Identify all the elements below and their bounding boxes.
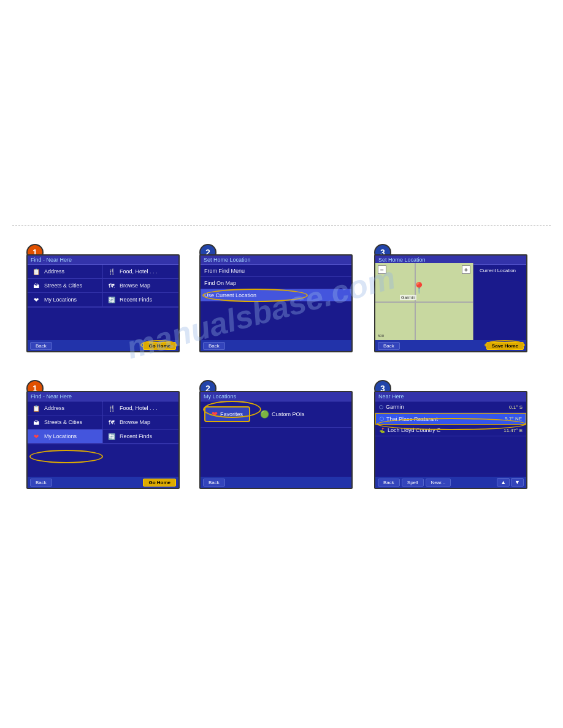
back-button-r2-1[interactable]: Back <box>30 479 52 487</box>
address-icon: 📋 <box>31 267 41 276</box>
back-button-r2-3[interactable]: Back <box>378 479 400 487</box>
back-button-r2-2[interactable]: Back <box>203 479 225 487</box>
screen-set-home-location-1: Set Home Location From Find Menu Find On… <box>199 254 353 352</box>
list-item-thai-place[interactable]: ⬡ Thai Place Restarant 5.7° NE <box>375 413 526 425</box>
garmin-label: Garmin <box>400 295 416 300</box>
menu-item-my-locations-2[interactable]: ❤ My Locations <box>28 430 103 444</box>
back-button-1[interactable]: Back <box>30 342 52 350</box>
screen-near-here: Near Here ⬡ Garmin 0.1° S ⬡ Thai Place R… <box>374 391 527 489</box>
menu-use-current-location[interactable]: Use Current Location <box>201 289 351 301</box>
menu-item-recent-finds-2[interactable]: 🔄 Recent Finds <box>103 430 178 444</box>
my-locations-highlight <box>29 450 103 463</box>
map-pin: 📍 <box>412 281 426 295</box>
back-button-2[interactable]: Back <box>203 342 225 350</box>
go-home-button-2[interactable]: Go Home <box>143 479 176 487</box>
back-button-3[interactable]: Back <box>378 342 400 350</box>
menu-item-food-hotel[interactable]: 🍴 Food, Hotel . . . <box>103 265 178 279</box>
bottom-bar-r2-1: Back Go Home <box>28 477 178 488</box>
bottom-bar-r2-2: Back <box>201 477 351 488</box>
scroll-down-button[interactable]: ▼ <box>511 478 524 487</box>
garmin-icon: ⬡ <box>379 404 383 410</box>
section-divider <box>12 226 551 226</box>
menu-item-my-locations-1[interactable]: ❤ My Locations <box>28 293 103 307</box>
recent-finds-icon: 🔄 <box>107 295 117 305</box>
screen-title-1: Find - Near Here <box>28 256 178 265</box>
menu-item-recent-finds[interactable]: 🔄 Recent Finds <box>103 293 178 307</box>
menu-find-on-map[interactable]: Find On Map <box>201 277 351 289</box>
road-v <box>415 263 416 340</box>
thai-place-icon: ⬡ <box>380 416 384 422</box>
menu-item-streets-2[interactable]: 🏔 Streets & Cities <box>28 415 103 430</box>
current-location-label: Current Location <box>472 268 524 273</box>
menu-item-streets[interactable]: 🏔 Streets & Cities <box>28 279 103 293</box>
bottom-bar-2: Back <box>201 340 351 351</box>
menu-item-browse-map-2[interactable]: 🗺 Browse Map <box>103 415 178 430</box>
scale-bar: 500 <box>378 334 384 338</box>
menu-item-address-2[interactable]: 📋 Address <box>28 401 103 415</box>
bottom-bar-3: Back Save Home <box>375 340 526 351</box>
screen-title-r2-2: My Locations <box>201 392 351 401</box>
menu-item-food-hotel-2[interactable]: 🍴 Food, Hotel . . . <box>103 401 178 415</box>
screen-title-r2-1: Find - Near Here <box>28 392 178 401</box>
favorites-heart-icon: ❤ <box>212 410 218 419</box>
list-item-loch-lloyd[interactable]: ⛳ Loch Lloyd Country C 11.47° E <box>375 425 526 436</box>
loch-lloyd-icon: ⛳ <box>379 428 385 433</box>
screen-my-locations: My Locations ❤ Favorites 🟢 Custom POIs B… <box>199 391 353 489</box>
my-locations-icon-1: ❤ <box>31 295 41 305</box>
menu-item-browse-map[interactable]: 🗺 Browse Map <box>103 279 178 293</box>
bottom-bar-1: Back Go Home <box>28 340 178 351</box>
road-h <box>375 301 473 303</box>
screen-set-home-map: Set Home Location − + 📍 Garmin 500 Curre… <box>374 254 527 352</box>
scroll-up-button[interactable]: ▲ <box>497 478 510 487</box>
map-display: − + 📍 Garmin 500 <box>375 263 473 340</box>
bottom-bar-r2-3: Back Spell Near... ▲ ▼ <box>375 477 526 488</box>
near-button[interactable]: Near... <box>426 479 451 487</box>
screen-title-2: Set Home Location <box>201 256 351 265</box>
spell-button[interactable]: Spell <box>402 479 424 487</box>
browse-map-icon: 🗺 <box>107 281 117 290</box>
menu-item-address[interactable]: 📋 Address <box>28 265 103 279</box>
custom-pois-button[interactable]: 🟢 Custom POIs <box>254 406 311 422</box>
screen-title-r2-3: Near Here <box>375 392 526 401</box>
screen-find-near-here-1: Find - Near Here 📋 Address 🍴 Food, Hotel… <box>26 254 180 352</box>
list-item-garmin[interactable]: ⬡ Garmin 0.1° S <box>375 401 526 413</box>
zoom-minus-icon[interactable]: − <box>378 265 386 274</box>
food-icon: 🍴 <box>107 267 117 276</box>
save-home-button[interactable]: Save Home <box>486 342 524 350</box>
screen-find-near-here-2: Find - Near Here 📋 Address 🍴 Food, Hotel… <box>26 391 180 489</box>
go-home-button-1[interactable]: Go Home <box>143 342 176 350</box>
zoom-plus-icon[interactable]: + <box>462 265 470 274</box>
menu-from-find-menu[interactable]: From Find Menu <box>201 265 351 277</box>
streets-icon: 🏔 <box>31 281 41 290</box>
custom-pois-icon: 🟢 <box>260 410 269 419</box>
favorites-button[interactable]: ❤ Favorites <box>204 406 250 422</box>
